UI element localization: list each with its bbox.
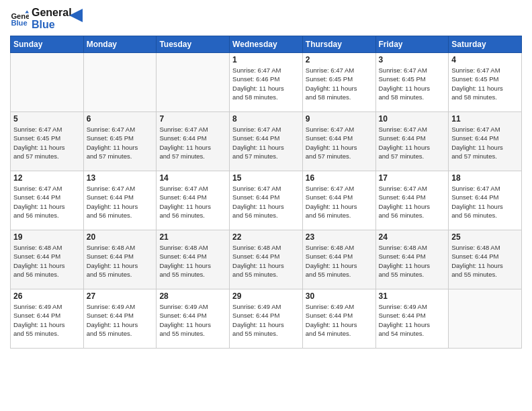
calendar-cell: [83, 53, 157, 112]
day-number: 17: [379, 173, 446, 183]
calendar-header: SundayMondayTuesdayWednesdayThursdayFrid…: [11, 36, 522, 53]
calendar-cell: 7Sunrise: 6:47 AM Sunset: 6:44 PM Daylig…: [157, 112, 230, 171]
day-number: 23: [306, 232, 373, 242]
day-info: Sunrise: 6:47 AM Sunset: 6:45 PM Dayligh…: [306, 66, 373, 101]
day-info: Sunrise: 6:47 AM Sunset: 6:44 PM Dayligh…: [232, 184, 300, 220]
calendar-cell: 10Sunrise: 6:47 AM Sunset: 6:44 PM Dayli…: [375, 112, 449, 171]
calendar-cell: 12Sunrise: 6:47 AM Sunset: 6:44 PM Dayli…: [11, 171, 84, 230]
day-info: Sunrise: 6:47 AM Sunset: 6:44 PM Dayligh…: [306, 184, 373, 220]
day-info: Sunrise: 6:47 AM Sunset: 6:44 PM Dayligh…: [232, 125, 300, 161]
calendar-cell: 24Sunrise: 6:48 AM Sunset: 6:44 PM Dayli…: [375, 230, 449, 289]
day-number: 19: [13, 232, 81, 242]
day-info: Sunrise: 6:48 AM Sunset: 6:44 PM Dayligh…: [159, 243, 226, 279]
calendar-cell: 28Sunrise: 6:49 AM Sunset: 6:44 PM Dayli…: [157, 289, 230, 349]
day-number: 28: [159, 291, 226, 301]
weekday-header-sunday: Sunday: [11, 36, 84, 53]
logo-general: General: [32, 7, 72, 19]
calendar-cell: 1Sunrise: 6:47 AM Sunset: 6:46 PM Daylig…: [230, 53, 303, 112]
calendar-cell: 6Sunrise: 6:47 AM Sunset: 6:45 PM Daylig…: [83, 112, 157, 171]
calendar-cell: 31Sunrise: 6:49 AM Sunset: 6:44 PM Dayli…: [375, 289, 449, 349]
day-info: Sunrise: 6:49 AM Sunset: 6:44 PM Dayligh…: [87, 302, 154, 338]
day-number: 30: [306, 291, 373, 301]
day-info: Sunrise: 6:47 AM Sunset: 6:45 PM Dayligh…: [87, 125, 154, 161]
day-info: Sunrise: 6:47 AM Sunset: 6:44 PM Dayligh…: [379, 125, 446, 161]
calendar-cell: 30Sunrise: 6:49 AM Sunset: 6:44 PM Dayli…: [302, 289, 375, 349]
day-number: 24: [379, 232, 446, 242]
weekday-header-thursday: Thursday: [302, 36, 375, 53]
day-info: Sunrise: 6:47 AM Sunset: 6:45 PM Dayligh…: [379, 66, 446, 101]
calendar-cell: 25Sunrise: 6:48 AM Sunset: 6:44 PM Dayli…: [449, 230, 522, 289]
day-info: Sunrise: 6:47 AM Sunset: 6:44 PM Dayligh…: [451, 184, 519, 220]
logo-arrow-icon: [69, 9, 83, 22]
day-number: 5: [13, 114, 81, 124]
day-number: 20: [87, 232, 154, 242]
weekday-header-saturday: Saturday: [449, 36, 522, 53]
day-info: Sunrise: 6:47 AM Sunset: 6:44 PM Dayligh…: [13, 184, 81, 220]
weekday-header-tuesday: Tuesday: [157, 36, 230, 53]
svg-text:Blue: Blue: [11, 18, 27, 26]
calendar-cell: 17Sunrise: 6:47 AM Sunset: 6:44 PM Dayli…: [375, 171, 449, 230]
day-number: 21: [159, 232, 226, 242]
day-number: 3: [379, 55, 446, 64]
day-info: Sunrise: 6:48 AM Sunset: 6:44 PM Dayligh…: [87, 243, 154, 279]
day-info: Sunrise: 6:49 AM Sunset: 6:44 PM Dayligh…: [13, 302, 81, 338]
day-number: 4: [451, 55, 519, 64]
day-info: Sunrise: 6:47 AM Sunset: 6:44 PM Dayligh…: [379, 184, 446, 220]
calendar-cell: 18Sunrise: 6:47 AM Sunset: 6:44 PM Dayli…: [449, 171, 522, 230]
calendar-table: SundayMondayTuesdayWednesdayThursdayFrid…: [10, 36, 522, 349]
day-info: Sunrise: 6:49 AM Sunset: 6:44 PM Dayligh…: [379, 302, 446, 338]
weekday-header-friday: Friday: [375, 36, 449, 53]
logo: General Blue General Blue: [10, 7, 83, 30]
calendar-cell: 8Sunrise: 6:47 AM Sunset: 6:44 PM Daylig…: [230, 112, 303, 171]
day-number: 15: [232, 173, 300, 183]
calendar-week-3: 12Sunrise: 6:47 AM Sunset: 6:44 PM Dayli…: [11, 171, 522, 230]
day-info: Sunrise: 6:48 AM Sunset: 6:44 PM Dayligh…: [13, 243, 81, 279]
day-info: Sunrise: 6:47 AM Sunset: 6:44 PM Dayligh…: [87, 184, 154, 220]
day-info: Sunrise: 6:47 AM Sunset: 6:44 PM Dayligh…: [159, 184, 226, 220]
day-info: Sunrise: 6:48 AM Sunset: 6:44 PM Dayligh…: [306, 243, 373, 279]
day-info: Sunrise: 6:49 AM Sunset: 6:44 PM Dayligh…: [306, 302, 373, 338]
day-info: Sunrise: 6:48 AM Sunset: 6:44 PM Dayligh…: [451, 243, 519, 279]
calendar-cell: 27Sunrise: 6:49 AM Sunset: 6:44 PM Dayli…: [83, 289, 157, 349]
calendar-cell: 11Sunrise: 6:47 AM Sunset: 6:44 PM Dayli…: [449, 112, 522, 171]
day-number: 25: [451, 232, 519, 242]
weekday-header-row: SundayMondayTuesdayWednesdayThursdayFrid…: [11, 36, 522, 53]
calendar-page: General Blue General Blue SundayMondayTu…: [0, 0, 532, 411]
calendar-cell: 29Sunrise: 6:49 AM Sunset: 6:44 PM Dayli…: [230, 289, 303, 349]
svg-marker-3: [69, 9, 83, 22]
calendar-cell: 5Sunrise: 6:47 AM Sunset: 6:45 PM Daylig…: [11, 112, 84, 171]
day-number: 8: [232, 114, 300, 124]
day-number: 26: [13, 291, 81, 301]
calendar-cell: [11, 53, 84, 112]
day-number: 9: [306, 114, 373, 124]
calendar-cell: [157, 53, 230, 112]
calendar-cell: 21Sunrise: 6:48 AM Sunset: 6:44 PM Dayli…: [157, 230, 230, 289]
day-info: Sunrise: 6:49 AM Sunset: 6:44 PM Dayligh…: [159, 302, 226, 338]
calendar-cell: [449, 289, 522, 349]
logo-blue: Blue: [32, 19, 72, 31]
weekday-header-monday: Monday: [83, 36, 157, 53]
calendar-week-4: 19Sunrise: 6:48 AM Sunset: 6:44 PM Dayli…: [11, 230, 522, 289]
calendar-cell: 14Sunrise: 6:47 AM Sunset: 6:44 PM Dayli…: [157, 171, 230, 230]
day-info: Sunrise: 6:47 AM Sunset: 6:45 PM Dayligh…: [451, 66, 519, 101]
calendar-week-1: 1Sunrise: 6:47 AM Sunset: 6:46 PM Daylig…: [11, 53, 522, 112]
day-number: 13: [87, 173, 154, 183]
weekday-header-wednesday: Wednesday: [230, 36, 303, 53]
day-number: 10: [379, 114, 446, 124]
logo-icon: General Blue: [10, 9, 29, 28]
day-number: 7: [159, 114, 226, 124]
day-info: Sunrise: 6:48 AM Sunset: 6:44 PM Dayligh…: [379, 243, 446, 279]
day-number: 31: [379, 291, 446, 301]
day-info: Sunrise: 6:47 AM Sunset: 6:46 PM Dayligh…: [232, 66, 300, 101]
day-number: 6: [87, 114, 154, 124]
day-number: 27: [87, 291, 154, 301]
calendar-week-2: 5Sunrise: 6:47 AM Sunset: 6:45 PM Daylig…: [11, 112, 522, 171]
day-number: 12: [13, 173, 81, 183]
day-info: Sunrise: 6:47 AM Sunset: 6:44 PM Dayligh…: [451, 125, 519, 161]
day-number: 2: [306, 55, 373, 64]
calendar-cell: 13Sunrise: 6:47 AM Sunset: 6:44 PM Dayli…: [83, 171, 157, 230]
day-number: 11: [451, 114, 519, 124]
calendar-body: 1Sunrise: 6:47 AM Sunset: 6:46 PM Daylig…: [11, 53, 522, 349]
day-info: Sunrise: 6:47 AM Sunset: 6:44 PM Dayligh…: [159, 125, 226, 161]
calendar-cell: 15Sunrise: 6:47 AM Sunset: 6:44 PM Dayli…: [230, 171, 303, 230]
